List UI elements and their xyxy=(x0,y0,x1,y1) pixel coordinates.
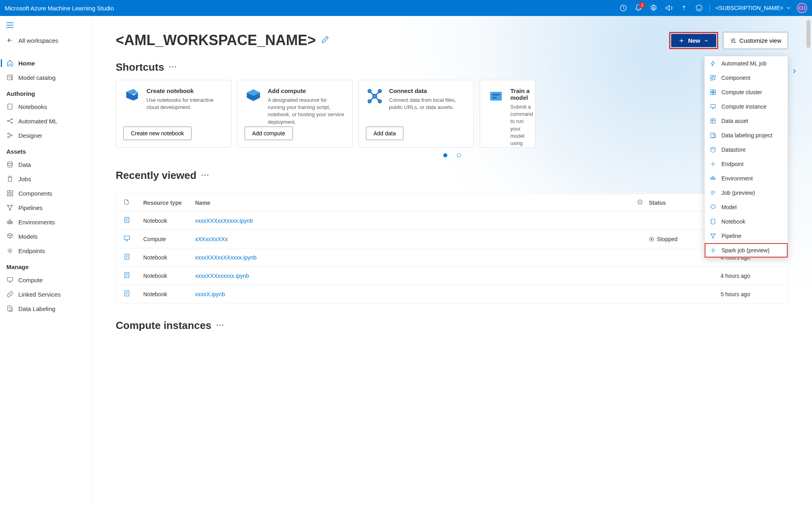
table-row[interactable]: Notebook xxxxXXXxxxxxx.ipynb 4 hours ago xyxy=(116,267,788,285)
pager-dot[interactable] xyxy=(443,153,447,157)
avatar[interactable]: CU xyxy=(797,3,807,13)
sidebar-item-pipelines[interactable]: Pipelines xyxy=(0,200,91,215)
sidebar-item-endpoints[interactable]: Endpoints xyxy=(0,244,91,258)
megaphone-icon[interactable] xyxy=(664,3,674,13)
all-workspaces-link[interactable]: All workspaces xyxy=(0,33,91,48)
component-icon xyxy=(709,74,717,81)
train-card-icon xyxy=(487,87,505,105)
svg-rect-25 xyxy=(11,222,12,223)
jobs-icon xyxy=(6,175,14,182)
star-icon[interactable] xyxy=(637,199,649,206)
svg-point-62 xyxy=(714,234,715,235)
more-icon[interactable]: ··· xyxy=(169,63,177,71)
new-menu-component[interactable]: Component xyxy=(705,71,788,85)
sidebar-item-compute[interactable]: Compute xyxy=(0,273,91,287)
more-icon[interactable]: ··· xyxy=(201,171,209,180)
new-menu-compute-instance[interactable]: Compute instance xyxy=(705,99,788,114)
new-menu-environment[interactable]: Environment xyxy=(705,171,788,186)
shortcuts-heading: Shortcuts··· xyxy=(116,61,788,73)
sidebar-section-manage: Manage xyxy=(0,258,91,273)
sidebar-item-components[interactable]: Components xyxy=(0,186,91,200)
svg-rect-28 xyxy=(8,306,11,311)
collapse-sidebar-button[interactable] xyxy=(0,19,91,33)
resource-link[interactable]: xxxxX.ipynb xyxy=(195,291,637,297)
svg-rect-45 xyxy=(711,75,713,77)
shortcuts-next-button[interactable] xyxy=(789,65,800,77)
main-content: <AML_WORKSPACE_NAME> New Customize view xyxy=(92,16,812,507)
add-data-button[interactable]: Add data xyxy=(366,127,403,140)
sidebar-item-automated-ml[interactable]: Automated ML xyxy=(0,114,91,128)
new-menu-spark-job[interactable]: Spark job (preview) xyxy=(705,243,788,257)
subscription-selector[interactable]: <SUBSCRIPTION_NAME> xyxy=(715,5,791,11)
notebook-row-icon xyxy=(123,290,143,298)
sidebar-item-designer[interactable]: Designer xyxy=(0,128,91,143)
add-compute-button[interactable]: Add compute xyxy=(245,127,293,140)
shortcuts-pager xyxy=(116,153,788,157)
scrollbar-thumb[interactable] xyxy=(806,20,810,48)
recent-icon[interactable] xyxy=(618,3,628,13)
pipelines-icon xyxy=(6,204,14,211)
svg-point-30 xyxy=(732,40,733,41)
create-notebook-button[interactable]: Create new notebook xyxy=(123,127,192,140)
shortcut-desc: A designated resource for running your t… xyxy=(268,97,345,126)
components-icon xyxy=(6,190,14,197)
divider xyxy=(709,4,710,12)
svg-rect-47 xyxy=(711,78,713,80)
resource-link[interactable]: xxxxXXXxxXXxxxx.ipynb xyxy=(195,254,637,261)
new-menu-data-asset[interactable]: Data asset xyxy=(705,114,788,128)
table-row[interactable]: Compute xXXxxXxXXx Stopped 3 hours ago xyxy=(116,230,788,248)
pager-dot[interactable] xyxy=(457,153,461,157)
help-icon[interactable] xyxy=(679,3,689,13)
notification-icon[interactable]: 2 xyxy=(634,3,643,13)
new-button[interactable]: New xyxy=(671,34,716,47)
new-menu-data-labeling[interactable]: Data labeling project xyxy=(705,128,788,143)
settings-icon[interactable] xyxy=(649,3,658,13)
automl-icon xyxy=(709,60,717,67)
sidebar: All workspaces Home Model catalog Author… xyxy=(0,16,92,507)
new-menu-compute-cluster[interactable]: Compute cluster xyxy=(705,85,788,99)
table-row[interactable]: Notebook xxxxXXXxxXxxxx.ipynb 3 hours ag… xyxy=(116,212,788,230)
svg-point-22 xyxy=(10,209,11,210)
resource-link[interactable]: xxxxXXXxxxxxx.ipynb xyxy=(195,273,637,279)
table-row[interactable]: Notebook xxxxX.ipynb 5 hours ago xyxy=(116,285,788,303)
sidebar-item-environments[interactable]: Environments xyxy=(0,215,91,229)
svg-rect-19 xyxy=(11,194,13,196)
resource-link[interactable]: xXXxxXxXXx xyxy=(195,236,637,242)
new-menu-endpoint[interactable]: Endpoint xyxy=(705,157,788,171)
svg-rect-53 xyxy=(711,119,715,123)
new-menu-job[interactable]: Job (preview) xyxy=(705,186,788,200)
new-button-highlight: New xyxy=(669,32,718,49)
svg-point-26 xyxy=(9,250,11,252)
new-menu-automated-ml-job[interactable]: Automated ML job xyxy=(705,56,788,71)
all-workspaces-label: All workspaces xyxy=(18,37,58,44)
more-icon[interactable]: ··· xyxy=(216,321,225,330)
labeling-icon xyxy=(709,132,717,139)
svg-rect-57 xyxy=(711,178,712,179)
shortcut-title: Train a model xyxy=(510,87,533,101)
notebook-card-icon xyxy=(123,87,141,105)
sidebar-item-data-labeling[interactable]: Data Labeling xyxy=(0,301,91,316)
new-menu-pipeline[interactable]: Pipeline xyxy=(705,229,788,243)
new-menu-datastore[interactable]: Datastore xyxy=(705,143,788,157)
sidebar-item-home[interactable]: Home xyxy=(0,56,91,70)
svg-rect-51 xyxy=(713,93,715,95)
sidebar-item-models[interactable]: Models xyxy=(0,229,91,244)
svg-point-12 xyxy=(8,133,9,134)
customize-view-button[interactable]: Customize view xyxy=(723,32,788,49)
workspace-header: <AML_WORKSPACE_NAME> New Customize view xyxy=(116,32,788,49)
new-menu-model[interactable]: Model xyxy=(705,200,788,214)
sidebar-item-linked-services[interactable]: Linked Services xyxy=(0,287,91,301)
shortcut-title: Connect data xyxy=(389,87,466,94)
sidebar-item-notebooks[interactable]: Notebooks xyxy=(0,99,91,114)
resource-link[interactable]: xxxxXXXxxXxxxx.ipynb xyxy=(195,218,637,224)
sidebar-item-model-catalog[interactable]: Model catalog xyxy=(0,70,91,85)
new-menu-notebook[interactable]: Notebook xyxy=(705,214,788,229)
shortcut-title: Create notebook xyxy=(146,87,224,94)
compute-icon xyxy=(6,276,14,283)
sidebar-item-data[interactable]: Data xyxy=(0,157,91,172)
feedback-icon[interactable] xyxy=(694,3,704,13)
edit-icon[interactable] xyxy=(321,36,329,45)
sidebar-item-jobs[interactable]: Jobs xyxy=(0,172,91,186)
table-row[interactable]: Notebook xxxxXXXxxXXxxxx.ipynb 4 hours a… xyxy=(116,248,788,267)
cluster-icon xyxy=(709,89,717,96)
